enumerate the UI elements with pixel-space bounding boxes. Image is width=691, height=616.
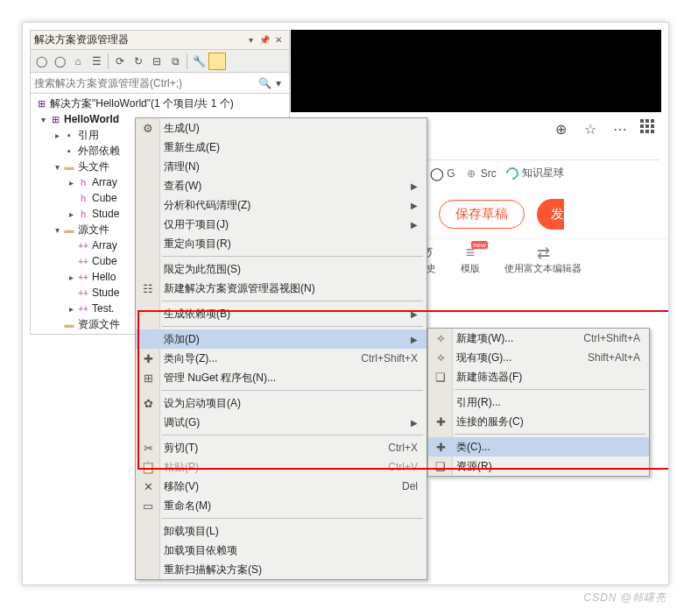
expand-icon[interactable]: ▾	[52, 225, 62, 235]
menu-item-icon: ❑	[432, 460, 449, 473]
search-icon[interactable]: 🔍	[257, 76, 271, 90]
menu-item-label: 引用(R)...	[456, 395, 640, 410]
sync-icon[interactable]: ⟳	[111, 53, 129, 70]
menu-item-label: 仅用于项目(J)	[164, 217, 404, 232]
apps-icon[interactable]	[640, 119, 659, 138]
publish-button[interactable]: 发	[537, 199, 564, 230]
menu-item[interactable]: ✧新建项(W)...Ctrl+Shift+A	[428, 329, 649, 348]
context-menu-add: ✧新建项(W)...Ctrl+Shift+A✧现有项(G)...Shift+Al…	[427, 328, 650, 477]
switch-icon: ⇄	[537, 244, 550, 261]
more-icon[interactable]: ⋯	[610, 119, 630, 138]
menu-item[interactable]: ✧现有项(G)...Shift+Alt+A	[428, 348, 649, 367]
menu-item-icon: ✕	[139, 480, 157, 493]
search-box[interactable]: 🔍 ▾	[31, 73, 289, 94]
menu-item[interactable]: ▭重命名(M)	[136, 496, 427, 515]
panel-title: 解决方案资源管理器	[34, 32, 243, 47]
menu-item-shortcut: Del	[402, 480, 418, 492]
menu-item[interactable]: 重定向项目(R)	[136, 234, 427, 253]
menu-item[interactable]: ✂剪切(T)Ctrl+X	[136, 438, 427, 457]
menu-item[interactable]: ✚连接的服务(C)	[428, 412, 649, 431]
tree-label: Array	[92, 176, 117, 188]
bookmark-item[interactable]: 知识星球	[505, 166, 564, 181]
menu-item[interactable]: 调试(G)▶	[136, 413, 427, 432]
back-icon[interactable]: ◯	[32, 53, 50, 70]
refresh-icon[interactable]: ↻	[130, 53, 147, 70]
menu-item[interactable]: 📋粘贴(P)Ctrl+V	[136, 457, 427, 477]
menu-item[interactable]: ☷新建解决方案资源管理器视图(N)	[136, 279, 427, 298]
menu-item-label: 添加(D)	[164, 332, 404, 347]
cpp-icon: ++	[76, 301, 90, 315]
submenu-arrow-icon: ▶	[411, 335, 418, 344]
menu-item[interactable]: 重新生成(E)	[136, 138, 427, 157]
expand-icon[interactable]: ▸	[66, 178, 76, 188]
expand-icon[interactable]: ▸	[66, 273, 76, 282]
menu-item[interactable]: 仅用于项目(J)▶	[136, 215, 427, 234]
bookmark-item[interactable]: ◯G	[430, 166, 455, 181]
switch-views-icon[interactable]: ☰	[88, 53, 105, 70]
submenu-arrow-icon: ▶	[411, 181, 418, 191]
ref-icon: ▪	[62, 144, 76, 158]
rich-text-tool[interactable]: ⇄使用富文本编辑器	[504, 244, 582, 275]
expand-icon[interactable]: ▾	[38, 115, 48, 124]
menu-item[interactable]: 添加(D)▶	[136, 329, 427, 349]
menu-item[interactable]: 加载项目依赖项	[136, 541, 427, 560]
menu-item[interactable]: ✚类向导(Z)...Ctrl+Shift+X	[136, 349, 427, 368]
panel-toolbar: ◯ ◯ ⌂ ☰ ⟳ ↻ ⊟ ⧉ 🔧	[31, 50, 289, 73]
menu-item[interactable]: 显示浏览数据库错误	[136, 579, 427, 580]
expand-icon[interactable]: ▾	[52, 162, 62, 172]
ref-icon: ▪	[62, 128, 76, 142]
preview-icon[interactable]	[208, 53, 226, 70]
zoom-icon[interactable]: ⊕	[551, 119, 570, 138]
menu-item[interactable]: 分析和代码清理(Z)▶	[136, 195, 427, 215]
collapse-icon[interactable]: ⊟	[148, 53, 166, 70]
menu-item[interactable]: 查看(W)▶	[136, 176, 427, 195]
template-tool[interactable]: ≡new模版	[461, 244, 480, 275]
menu-item-label: 粘贴(P)	[164, 460, 370, 475]
menu-item[interactable]: 引用(R)...	[428, 393, 649, 412]
star-icon[interactable]: ☆	[581, 119, 600, 138]
menu-item-label: 重定向项目(R)	[164, 237, 418, 251]
menu-item-label: 分析和代码清理(Z)	[164, 198, 404, 213]
bookmark-item[interactable]: ⊕Src	[464, 166, 497, 181]
search-dropdown-icon[interactable]: ▾	[271, 76, 286, 90]
menu-item[interactable]: ⊞管理 NuGet 程序包(N)...	[136, 368, 427, 387]
expand-icon[interactable]: ▸	[66, 209, 76, 219]
menu-item-label: 新建筛选器(F)	[456, 370, 640, 385]
solution-root[interactable]: ⊞ 解决方案"HelloWorld"(1 个项目/共 1 个)	[31, 96, 289, 111]
close-icon[interactable]: ✕	[271, 33, 286, 47]
tree-label: HelloWorld	[64, 113, 119, 125]
menu-item[interactable]: 重新扫描解决方案(S)	[136, 560, 427, 579]
menu-item-label: 现有项(G)...	[456, 350, 570, 365]
expand-icon[interactable]: ▸	[66, 304, 76, 314]
menu-item[interactable]: ✿设为启动项目(A)	[136, 393, 427, 413]
menu-item-label: 生成依赖项(B)	[164, 307, 404, 322]
search-input[interactable]	[34, 77, 257, 89]
menu-item[interactable]: 生成依赖项(B)▶	[136, 304, 427, 323]
menu-item[interactable]: ❏新建筛选器(F)	[428, 367, 649, 386]
panel-title-bar: 解决方案资源管理器 ▾ 📌 ✕	[31, 31, 289, 50]
tree-label: Hello	[92, 271, 116, 283]
menu-item-icon: ✿	[139, 397, 157, 410]
menu-item[interactable]: ❑资源(R)...	[428, 457, 649, 476]
menu-item[interactable]: 清理(N)	[136, 157, 427, 176]
pin-icon[interactable]: 📌	[257, 33, 271, 47]
tree-label: Cube	[92, 255, 117, 267]
circle-icon	[505, 166, 519, 181]
home-icon[interactable]: ⌂	[69, 53, 87, 70]
properties-icon[interactable]: 🔧	[190, 53, 208, 70]
menu-item-icon: ☷	[139, 282, 157, 295]
tree-label: 头文件	[78, 159, 109, 174]
menu-item[interactable]: ⚙生成(U)	[136, 118, 427, 138]
menu-item[interactable]: ✕移除(V)Del	[136, 477, 427, 496]
menu-item[interactable]: 限定为此范围(S)	[136, 259, 427, 279]
cpp-icon: ++	[76, 238, 90, 252]
forward-icon[interactable]: ◯	[51, 53, 68, 70]
expand-icon[interactable]: ▸	[52, 131, 62, 140]
tree-label: Array	[92, 239, 117, 251]
save-draft-button[interactable]: 保存草稿	[439, 200, 525, 229]
show-all-icon[interactable]: ⧉	[166, 53, 184, 70]
dropdown-icon[interactable]: ▾	[243, 33, 257, 47]
menu-item-shortcut: Shift+Alt+A	[588, 351, 640, 364]
menu-item[interactable]: ✚类(C)...	[428, 437, 649, 457]
menu-item[interactable]: 卸载项目(L)	[136, 521, 427, 541]
